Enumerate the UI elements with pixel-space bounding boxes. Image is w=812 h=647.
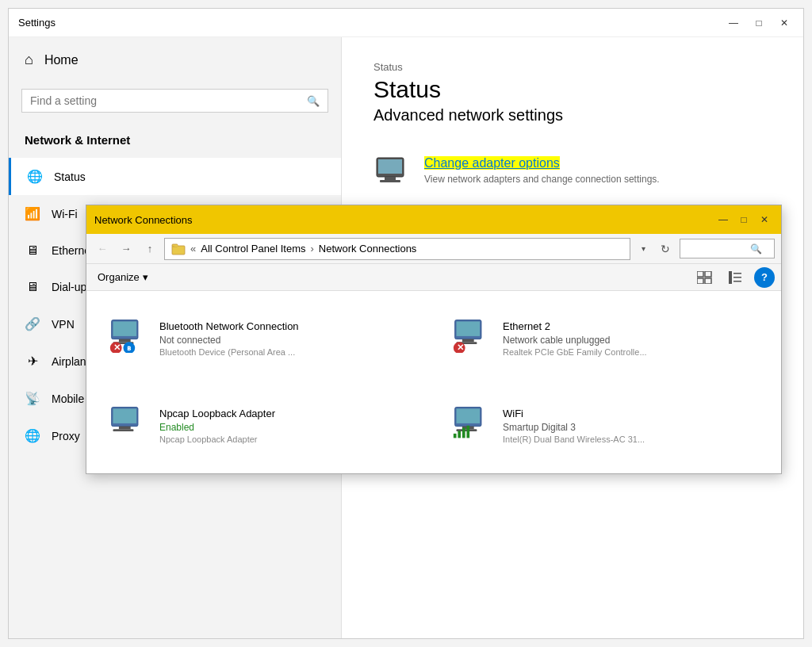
npcap-net-info: Npcap Loopback Adapter Enabled Npcap Loo…: [159, 408, 275, 444]
organize-button[interactable]: Organize ▾: [93, 269, 153, 285]
breadcrumb-bar: « All Control Panel Items › Network Conn…: [164, 238, 630, 260]
sidebar-item-proxy-label: Proxy: [52, 430, 80, 442]
sidebar-item-home[interactable]: ⌂ Home: [9, 37, 341, 82]
address-search: 🔍: [680, 239, 775, 258]
page-subtitle: Advanced network settings: [373, 106, 772, 124]
svg-rect-16: [113, 321, 137, 335]
svg-rect-40: [466, 426, 469, 438]
svg-rect-7: [697, 271, 703, 277]
ethernet2-net-name: Ethernet 2: [503, 320, 647, 332]
close-button[interactable]: ✕: [775, 13, 794, 33]
svg-rect-10: [705, 278, 711, 284]
wifi-net-name: WiFi: [503, 408, 645, 419]
bluetooth-net-status: Not connected: [159, 335, 299, 346]
forward-button[interactable]: →: [117, 239, 136, 258]
breadcrumb-current: Network Connections: [319, 243, 417, 255]
net-item-ethernet2[interactable]: ✕ Ethernet 2 Network cable unplugged Rea…: [446, 299, 765, 378]
sidebar-item-wifi-label: Wi-Fi: [52, 208, 78, 220]
svg-rect-9: [697, 278, 703, 284]
minimize-button[interactable]: —: [724, 13, 743, 33]
svg-rect-25: [462, 339, 474, 343]
dialup-icon: 🖥: [25, 280, 40, 294]
netconn-close-button[interactable]: ✕: [756, 212, 773, 228]
netconn-search-input[interactable]: [687, 243, 750, 255]
proxy-icon: 🌐: [25, 428, 40, 443]
svg-rect-14: [733, 281, 741, 282]
svg-rect-2: [385, 177, 396, 180]
search-box: 🔍: [21, 89, 328, 113]
npcap-net-icon: [109, 405, 150, 446]
search-icon: 🔍: [307, 95, 320, 107]
help-button[interactable]: ?: [754, 267, 775, 288]
ethernet2-net-details: Realtek PCIe GbE Family Controlle...: [503, 347, 647, 357]
status-icon: 🌐: [27, 169, 43, 184]
wifi-net-status: Smartup Digital 3: [503, 422, 645, 433]
home-icon: ⌂: [25, 52, 33, 68]
netconn-titlebar: Network Connections — □ ✕: [86, 205, 781, 234]
airplane-icon: ✈: [25, 354, 40, 369]
svg-rect-39: [462, 427, 465, 438]
toolbar: Organize ▾ ?: [86, 264, 781, 291]
netconn-search-icon: 🔍: [750, 243, 762, 255]
breadcrumb-folder-icon: [171, 242, 186, 256]
settings-titlebar: Settings — □ ✕: [9, 9, 803, 37]
svg-text:✕: ✕: [113, 343, 121, 352]
sidebar-item-status[interactable]: 🌐 Status: [9, 158, 341, 195]
netconn-window: Network Connections — □ ✕ ← → ↑ « All Co…: [86, 205, 782, 474]
titlebar-controls: — □ ✕: [724, 13, 794, 33]
sidebar-item-vpn-label: VPN: [52, 318, 75, 331]
wifi-net-details: Intel(R) Dual Band Wireless-AC 31...: [503, 435, 645, 444]
change-adapter-option[interactable]: Change adapter options View network adap…: [373, 148, 772, 204]
net-item-bluetooth[interactable]: ✕ ʙ Bluetooth Network Connection Not con…: [102, 299, 422, 378]
npcap-net-details: Npcap Loopback Adapter: [159, 435, 275, 444]
bluetooth-net-icon: ✕ ʙ: [109, 318, 150, 359]
breadcrumb-root: All Control Panel Items: [201, 243, 305, 255]
net-item-wifi[interactable]: WiFi Smartup Digital 3 Intel(R) Dual Ban…: [446, 386, 765, 465]
adapter-icon: [373, 156, 412, 196]
netconn-controls: — □ ✕: [714, 212, 773, 228]
bluetooth-net-details: Bluetooth Device (Personal Area ...: [159, 347, 299, 357]
npcap-net-name: Npcap Loopback Adapter: [159, 408, 275, 419]
up-button[interactable]: ↑: [140, 239, 159, 258]
svg-rect-11: [729, 271, 732, 284]
adapter-title[interactable]: Change adapter options: [424, 156, 560, 170]
bluetooth-net-name: Bluetooth Network Connection: [159, 320, 299, 332]
refresh-button[interactable]: ↻: [656, 239, 675, 258]
wifi-net-icon: [452, 405, 493, 446]
netconn-maximize-button[interactable]: □: [735, 212, 753, 228]
search-input[interactable]: [30, 94, 307, 107]
address-dropdown[interactable]: ▾: [635, 241, 651, 257]
view-button[interactable]: [694, 267, 716, 288]
organize-arrow-icon: ▾: [143, 271, 148, 283]
svg-rect-30: [113, 408, 137, 423]
organize-label: Organize: [98, 271, 140, 283]
maximize-button[interactable]: □: [749, 13, 768, 33]
net-items-grid: ✕ ʙ Bluetooth Network Connection Not con…: [86, 291, 781, 473]
sidebar-home-label: Home: [44, 53, 79, 67]
netconn-minimize-button[interactable]: —: [714, 212, 732, 228]
svg-rect-13: [733, 277, 741, 278]
svg-rect-4: [172, 246, 185, 255]
svg-rect-6: [174, 245, 178, 247]
svg-rect-12: [733, 273, 741, 274]
address-bar: ← → ↑ « All Control Panel Items › Networ…: [86, 234, 781, 264]
svg-rect-37: [454, 434, 457, 438]
svg-rect-31: [119, 427, 131, 430]
ethernet2-net-info: Ethernet 2 Network cable unplugged Realt…: [503, 320, 647, 357]
mobile-icon: 📡: [25, 391, 40, 406]
view-details-button[interactable]: [724, 267, 746, 288]
svg-rect-17: [119, 339, 131, 343]
back-button[interactable]: ←: [93, 239, 112, 258]
netconn-title: Network Connections: [94, 214, 193, 226]
sidebar-item-status-label: Status: [54, 170, 86, 183]
sidebar-section-title: Network & Internet: [9, 125, 341, 158]
page-title: Status: [373, 76, 772, 103]
adapter-description: View network adapters and change connect…: [424, 174, 660, 185]
net-item-npcap[interactable]: Npcap Loopback Adapter Enabled Npcap Loo…: [102, 386, 422, 465]
svg-rect-24: [457, 321, 481, 335]
breadcrumb-arrow: ›: [310, 243, 313, 255]
bluetooth-net-info: Bluetooth Network Connection Not connect…: [159, 320, 299, 357]
ethernet2-net-icon: ✕: [452, 318, 493, 359]
svg-rect-8: [705, 271, 711, 277]
svg-rect-38: [458, 431, 461, 438]
